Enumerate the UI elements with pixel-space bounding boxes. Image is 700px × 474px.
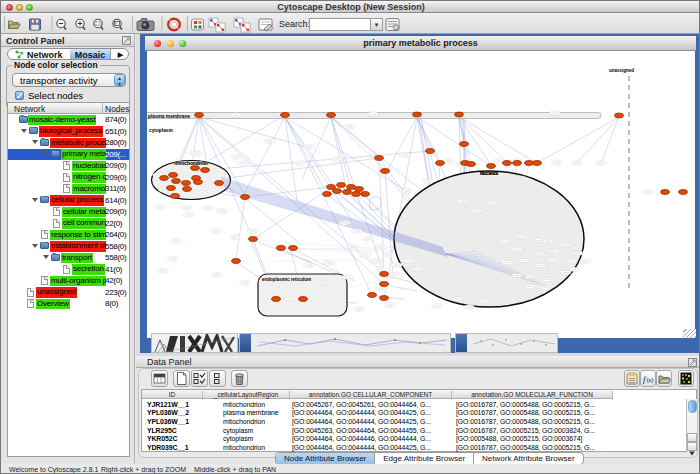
svg-text:nucleus: nucleus (480, 171, 498, 176)
svg-text:plasma membrane: plasma membrane (148, 114, 190, 119)
svg-text:cytoplasm: cytoplasm (149, 128, 173, 133)
svg-text:(x): (x) (647, 377, 654, 383)
svg-text:unassigned: unassigned (609, 68, 634, 73)
svg-text:endoplasmic reticulum: endoplasmic reticulum (262, 277, 311, 282)
svg-text:mitochondrion: mitochondrion (174, 161, 208, 166)
